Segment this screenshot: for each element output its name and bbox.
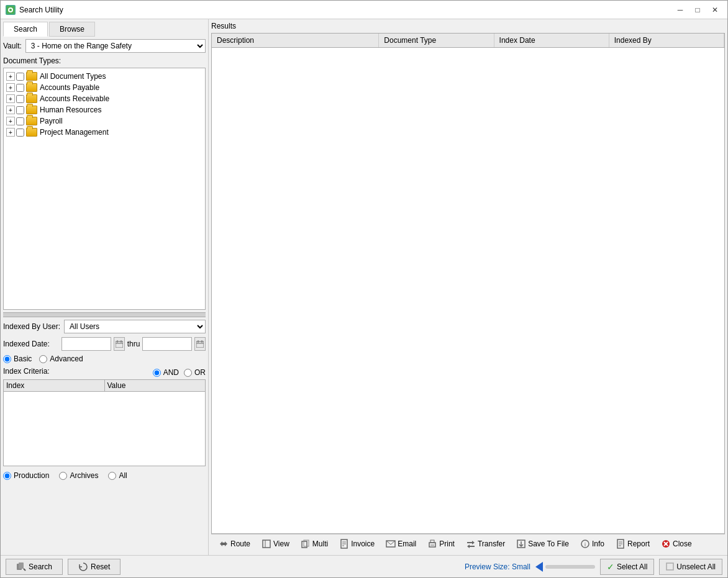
tree-expand-btn[interactable]: + [6, 128, 15, 137]
preview-slider-area [535, 562, 595, 572]
production-row: Production Archives All [3, 471, 206, 480]
email-button[interactable]: Email [381, 536, 421, 552]
maximize-button[interactable]: □ [690, 4, 705, 16]
radio-basic[interactable]: Basic [3, 354, 32, 363]
index-criteria-table: Index Value [3, 379, 206, 466]
col-description: Description [212, 34, 379, 47]
route-button[interactable]: Route [214, 536, 255, 552]
folder-icon [26, 128, 37, 137]
svg-rect-35 [19, 562, 24, 569]
tree-item[interactable]: + Payroll [6, 115, 202, 127]
tree-item-label: Project Management [40, 128, 109, 137]
value-col-header: Value [105, 380, 206, 391]
report-button[interactable]: Report [611, 536, 655, 552]
tree-item[interactable]: + Accounts Payable [6, 82, 202, 93]
view-icon [262, 539, 271, 549]
radio-or[interactable]: OR [184, 368, 206, 377]
status-bar: Search Reset Preview Size: Small ✓ Selec… [1, 555, 727, 577]
close-button[interactable]: Close [656, 536, 697, 552]
tree-expand-btn[interactable]: + [6, 83, 15, 92]
tree-expand-btn[interactable]: + [6, 106, 15, 114]
folder-icon [26, 83, 37, 92]
tree-item-checkbox[interactable] [16, 117, 24, 125]
svg-rect-11 [263, 540, 270, 548]
tree-item[interactable]: + Accounts Receivable [6, 93, 202, 104]
tab-search[interactable]: Search [3, 22, 48, 37]
radio-archives[interactable]: Archives [59, 471, 98, 480]
main-content: Search Browse Vault: 3 - Home on the Ran… [1, 19, 727, 555]
tree-item-checkbox[interactable] [16, 95, 24, 103]
save-to-file-icon [516, 539, 526, 549]
save-to-file-button[interactable]: Save To File [511, 536, 574, 552]
tree-item[interactable]: + Human Resources [6, 104, 202, 115]
tree-item-label: Human Resources [40, 106, 101, 114]
slider-arrow-icon[interactable] [535, 562, 543, 572]
tree-expand-btn[interactable]: + [6, 94, 15, 103]
print-button[interactable]: Print [422, 536, 460, 552]
unselect-all-button[interactable]: Unselect All [659, 559, 722, 575]
radio-and[interactable]: AND [153, 368, 179, 377]
indexed-by-user-select[interactable]: All Users [64, 320, 206, 333]
tree-expand-btn[interactable]: + [6, 117, 15, 125]
tree-item-label: Accounts Receivable [40, 94, 109, 103]
tree-item-checkbox[interactable] [16, 106, 24, 114]
close-icon [661, 539, 671, 549]
action-toolbar: Route View [211, 534, 725, 553]
window-title: Search Utility [19, 6, 673, 14]
preview-size-label: Preview Size: Small [465, 562, 530, 571]
tree-item-checkbox[interactable] [16, 129, 24, 137]
indexed-date-from-picker[interactable] [114, 337, 125, 351]
col-document-type: Document Type [379, 34, 494, 47]
select-all-button[interactable]: ✓ Select All [600, 559, 654, 575]
tree-item[interactable]: + Project Management [6, 127, 202, 138]
svg-rect-3 [116, 341, 123, 348]
select-all-check-icon: ✓ [607, 562, 614, 572]
tab-browse[interactable]: Browse [49, 22, 95, 37]
vault-label: Vault: [3, 42, 22, 50]
col-index-date: Index Date [494, 34, 609, 47]
unselect-all-icon [666, 562, 674, 571]
multi-button[interactable]: Multi [296, 536, 333, 552]
tree-expand-btn[interactable]: + [6, 72, 15, 81]
radio-production[interactable]: Production [3, 471, 49, 480]
search-button[interactable]: Search [6, 559, 63, 575]
route-icon [219, 539, 229, 549]
slider-track[interactable] [545, 565, 595, 569]
doc-types-label: Document Types: [3, 56, 206, 65]
info-icon: i [580, 539, 590, 549]
transfer-icon [466, 539, 476, 549]
invoice-button[interactable]: Invoice [334, 536, 380, 552]
folder-icon [26, 106, 37, 114]
search-mode-row: Basic Advanced [3, 354, 206, 363]
doc-types-tree: + All Document Types + Accounts Payable … [3, 68, 206, 310]
reset-button[interactable]: Reset [68, 559, 121, 575]
view-button[interactable]: View [257, 536, 294, 552]
svg-line-36 [24, 569, 25, 571]
results-label: Results [211, 22, 725, 30]
indexed-by-user-row: Indexed By User: All Users [3, 320, 206, 333]
close-window-button[interactable]: ✕ [708, 4, 722, 16]
thru-label: thru [127, 340, 140, 348]
indexed-date-from[interactable] [61, 337, 111, 351]
indexed-date-to-picker[interactable] [194, 337, 206, 351]
search-bottom-icon [16, 562, 26, 572]
multi-icon [301, 539, 311, 549]
tree-item-checkbox[interactable] [16, 73, 24, 81]
divider-1 [3, 312, 206, 317]
radio-advanced[interactable]: Advanced [39, 354, 83, 363]
tree-item-checkbox[interactable] [16, 84, 24, 92]
svg-rect-37 [667, 563, 673, 570]
transfer-button[interactable]: Transfer [461, 536, 510, 552]
svg-rect-7 [196, 341, 204, 348]
indexed-date-to[interactable] [142, 337, 192, 351]
report-icon [616, 539, 626, 549]
vault-select[interactable]: 3 - Home on the Range Safety [25, 39, 206, 53]
svg-text:i: i [585, 541, 586, 548]
radio-all[interactable]: All [108, 471, 127, 480]
indexed-date-label: Indexed Date: [3, 340, 59, 348]
tree-item-label: Payroll [40, 117, 63, 125]
tree-item[interactable]: + All Document Types [6, 71, 202, 82]
minimize-button[interactable]: ─ [673, 4, 688, 16]
info-button[interactable]: i Info [575, 536, 609, 552]
right-panel: Results Description Document Type Index … [209, 19, 727, 555]
